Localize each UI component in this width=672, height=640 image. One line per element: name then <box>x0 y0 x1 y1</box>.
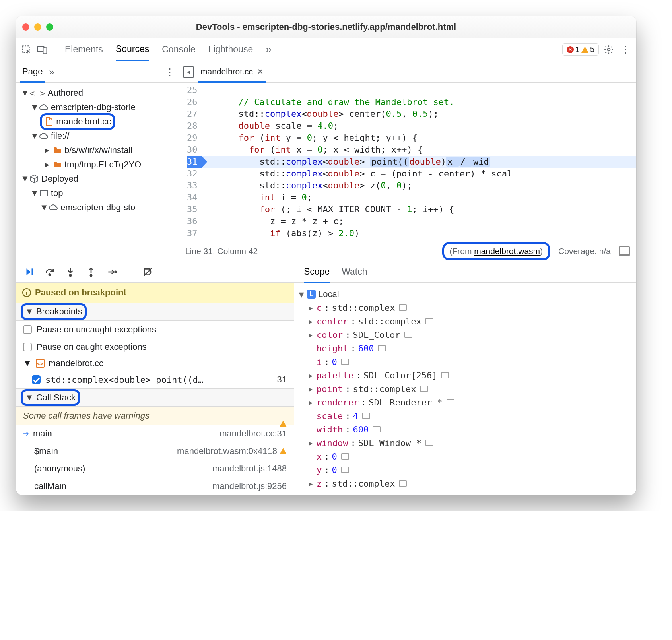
source-origin[interactable]: (From mandelbrot.wasm) <box>442 242 551 260</box>
var-value: SDL_Color <box>353 330 400 340</box>
tree-origin[interactable]: ▼ emscripten-dbg-storie <box>16 100 179 114</box>
scope-variable[interactable]: height: 600 <box>298 341 632 355</box>
var-name: width <box>317 425 343 434</box>
tab-elements[interactable]: Elements <box>65 39 103 60</box>
scope-variable[interactable]: width: 600 <box>298 423 632 436</box>
frame-location[interactable]: mandelbrot.js:9256 <box>212 481 287 491</box>
toggle-navigator-icon[interactable]: ◂ <box>183 66 194 78</box>
checkbox[interactable] <box>23 343 32 351</box>
scope-variable[interactable]: ▸z: std::complex <box>298 477 632 490</box>
callstack-frame[interactable]: callMain mandelbrot.js:9256 <box>16 477 294 495</box>
source-origin-link[interactable]: mandelbrot.wasm <box>474 246 540 256</box>
scope-variable[interactable]: ▸color: SDL_Color <box>298 328 632 341</box>
memory-icon[interactable] <box>362 413 370 419</box>
memory-icon[interactable] <box>341 453 349 460</box>
scope-variable[interactable]: ▸c: std::complex <box>298 301 632 314</box>
zoom-window-icon[interactable] <box>46 23 53 31</box>
navigator-tab-page[interactable]: Page <box>20 62 45 83</box>
var-name: i <box>317 357 322 367</box>
tab-console[interactable]: Console <box>162 39 195 60</box>
tree-file-scheme[interactable]: ▼ file:// <box>16 129 179 143</box>
memory-icon[interactable] <box>447 399 454 405</box>
bp-pause-caught[interactable]: Pause on caught exceptions <box>16 338 294 356</box>
tab-watch[interactable]: Watch <box>342 266 367 277</box>
bp-file-group[interactable]: ▼ <> mandelbrot.cc <box>16 356 294 371</box>
step-into-icon[interactable] <box>65 267 76 277</box>
scope-variable[interactable]: ▸palette: SDL_Color[256] <box>298 368 632 382</box>
callstack-frame[interactable]: (anonymous) mandelbrot.js:1488 <box>16 460 294 477</box>
callstack-frame[interactable]: ➔ main mandelbrot.cc:31 <box>16 425 294 442</box>
scope-variable[interactable]: ▸renderer: SDL_Renderer * <box>298 396 632 409</box>
scope-tree[interactable]: ▼L Local ▸c: std::complex▸center: std::c… <box>294 283 636 495</box>
step-out-icon[interactable] <box>86 267 96 277</box>
scope-variable[interactable]: y: 0 <box>298 463 632 477</box>
memory-icon[interactable] <box>399 480 407 487</box>
tree-group-deployed[interactable]: ▼ Deployed <box>16 172 179 186</box>
tab-sources[interactable]: Sources <box>116 38 149 61</box>
bp-pause-uncaught[interactable]: Pause on uncaught exceptions <box>16 321 294 338</box>
code-lines[interactable]: // Calculate and draw the Mandelbrot set… <box>202 83 637 241</box>
memory-icon[interactable] <box>341 467 349 473</box>
scope-variable[interactable]: i: 0 <box>298 355 632 368</box>
more-menu-icon[interactable]: ⋮ <box>619 43 632 56</box>
memory-icon[interactable] <box>425 440 433 446</box>
tab-scope[interactable]: Scope <box>304 266 330 283</box>
code-editor[interactable]: 25 26 27 28 29 30 31 32 33 34 35 36 37 <box>179 83 636 241</box>
tree-label: emscripten-dbg-sto <box>60 202 135 213</box>
tab-lighthouse[interactable]: Lighthouse <box>208 39 253 60</box>
section-callstack[interactable]: ▼ Call Stack <box>16 388 294 407</box>
callstack-frame[interactable]: $main mandelbrot.wasm:0x4118 <box>16 442 294 460</box>
checkbox[interactable] <box>23 325 32 334</box>
memory-icon[interactable] <box>378 345 386 351</box>
minimize-window-icon[interactable] <box>34 23 41 31</box>
memory-icon[interactable] <box>404 332 412 338</box>
editor-statusbar: Line 31, Column 42 (From mandelbrot.wasm… <box>179 241 636 261</box>
section-breakpoints[interactable]: ▼ Breakpoints <box>16 303 294 321</box>
memory-icon[interactable] <box>420 386 428 392</box>
scope-variable[interactable]: ▸window: SDL_Window * <box>298 436 632 450</box>
frame-location[interactable]: mandelbrot.cc:31 <box>219 429 287 439</box>
close-tab-icon[interactable]: ✕ <box>257 67 264 76</box>
memory-icon[interactable] <box>425 318 433 324</box>
tabs-overflow-icon[interactable]: » <box>266 38 271 61</box>
var-value: std::complex <box>353 384 416 394</box>
svg-point-9 <box>115 271 117 272</box>
checkbox[interactable] <box>32 375 41 384</box>
frame-location[interactable]: mandelbrot.js:1488 <box>212 464 287 474</box>
step-icon[interactable] <box>107 267 117 277</box>
scope-variable[interactable]: scale: 4 <box>298 409 632 423</box>
current-frame-icon: ➔ <box>23 429 29 438</box>
deactivate-breakpoints-icon[interactable] <box>143 267 153 277</box>
navigator-menu-icon[interactable]: ⋮ <box>165 66 175 78</box>
file-tab-mandelbrot[interactable]: mandelbrot.cc ✕ <box>198 62 266 83</box>
resume-icon[interactable] <box>24 267 34 277</box>
scope-tabs: Scope Watch <box>294 261 636 283</box>
tree-origin[interactable]: ▼ emscripten-dbg-sto <box>16 200 179 215</box>
memory-icon[interactable] <box>341 359 349 365</box>
tree-group-authored[interactable]: ▼< > Authored <box>16 86 179 100</box>
device-toolbar-icon[interactable] <box>36 43 49 56</box>
tree-file-mandelbrot[interactable]: mandelbrot.cc <box>16 114 179 129</box>
tree-folder[interactable]: ▸ tmp/tmp.ELcTq2YO <box>16 157 179 172</box>
issues-counter[interactable]: ✕ 1 5 <box>562 43 599 56</box>
file-tree[interactable]: ▼< > Authored ▼ emscripten-dbg-storie ma… <box>16 83 179 218</box>
scope-variable[interactable]: ▸center: std::complex <box>298 314 632 328</box>
tree-folder[interactable]: ▸ b/s/w/ir/x/w/install <box>16 143 179 157</box>
close-window-icon[interactable] <box>22 23 29 31</box>
line-gutter[interactable]: 25 26 27 28 29 30 31 32 33 34 35 36 37 <box>179 83 202 241</box>
memory-icon[interactable] <box>399 304 407 311</box>
coverage-toggle-icon[interactable] <box>619 246 630 256</box>
scope-local[interactable]: ▼L Local <box>298 287 632 301</box>
highlight-ring: mandelbrot.cc <box>40 113 115 130</box>
memory-icon[interactable] <box>441 372 449 378</box>
scope-variable[interactable]: x: 0 <box>298 450 632 463</box>
scope-variable[interactable]: ▸point: std::complex <box>298 382 632 396</box>
frame-location[interactable]: mandelbrot.wasm:0x4118 <box>177 446 287 456</box>
inspect-element-icon[interactable] <box>20 43 33 56</box>
bp-entry[interactable]: std::complex<double> point((d… 31 <box>16 371 294 388</box>
settings-icon[interactable] <box>602 43 616 56</box>
navigator-tabs-overflow-icon[interactable]: » <box>49 66 54 78</box>
memory-icon[interactable] <box>373 426 381 432</box>
tree-frame-top[interactable]: ▼ top <box>16 186 179 200</box>
step-over-icon[interactable] <box>45 267 55 277</box>
